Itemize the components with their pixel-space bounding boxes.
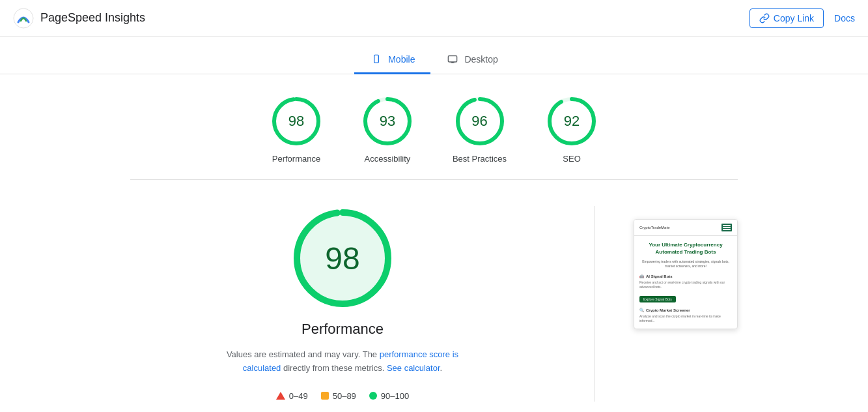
big-score-value: 98 xyxy=(325,241,359,276)
app-title: PageSpeed Insights xyxy=(40,11,145,25)
score-value-accessibility: 93 xyxy=(380,113,395,130)
header-right: Copy Link Docs xyxy=(749,8,855,28)
tab-desktop[interactable]: Desktop xyxy=(430,48,513,74)
performance-title: Performance xyxy=(301,321,384,338)
preview-section1-desc: Receive and act on real-time crypto trad… xyxy=(639,280,732,289)
svg-rect-3 xyxy=(449,56,457,62)
vertical-divider xyxy=(594,206,595,402)
copy-link-label: Copy Link xyxy=(774,13,814,23)
legend-pass: 90–100 xyxy=(369,391,409,401)
score-label-accessibility: Accessibility xyxy=(365,154,411,164)
average-icon xyxy=(321,392,329,400)
score-label-seo: SEO xyxy=(563,154,580,164)
score-card-accessibility: 93 Accessibility xyxy=(361,95,413,164)
preview-menu-icon xyxy=(721,224,732,231)
score-value-seo: 92 xyxy=(564,113,580,130)
legend-average: 50–89 xyxy=(321,391,356,401)
preview-section2-title: 🔍 Crypto Market Screener xyxy=(639,308,732,312)
header-left: PageSpeed Insights xyxy=(13,8,145,29)
preview-page-title: Your Ultimate Cryptocurrency Automated T… xyxy=(639,241,732,256)
score-circle-seo: 92 xyxy=(546,95,598,147)
svg-rect-1 xyxy=(374,55,379,63)
detail-section: 98 Performance Values are estimated and … xyxy=(0,180,868,412)
legend-fail-range: 0–49 xyxy=(289,391,308,401)
legend-average-range: 50–89 xyxy=(333,391,356,401)
big-score-circle: 98 xyxy=(290,206,395,310)
score-label-best-practices: Best Practices xyxy=(453,154,507,164)
docs-link[interactable]: Docs xyxy=(834,13,855,23)
score-circle-accessibility: 93 xyxy=(361,95,413,147)
pagespeed-logo-icon xyxy=(13,8,34,29)
performance-description: Values are estimated and may vary. The p… xyxy=(219,348,466,375)
scores-section: 98 Performance 93 Accessibility 96 xyxy=(0,74,868,179)
preview-header: CryptoTradeMate xyxy=(634,220,737,236)
performance-detail: 98 Performance Values are estimated and … xyxy=(130,206,555,401)
preview-site-name: CryptoTradeMate xyxy=(639,226,669,229)
preview-section: CryptoTradeMate Your Ultimate Cryptocurr… xyxy=(634,206,738,329)
pass-icon xyxy=(369,392,377,400)
score-circle-performance: 98 xyxy=(270,95,322,147)
app-header: PageSpeed Insights Copy Link Docs xyxy=(0,0,868,37)
desc-part1: Values are estimated and may vary. The xyxy=(227,349,380,359)
legend-fail: 0–49 xyxy=(276,391,308,401)
preview-section2-desc: Analyze and scan the crypto market in re… xyxy=(639,314,732,323)
link-icon xyxy=(759,13,770,23)
desktop-icon xyxy=(446,54,459,65)
score-value-best-practices: 96 xyxy=(471,113,487,130)
calculator-link[interactable]: See calculator xyxy=(387,363,440,373)
score-circle-best-practices: 96 xyxy=(454,95,506,147)
tab-desktop-label: Desktop xyxy=(464,54,497,65)
tab-mobile[interactable]: Mobile xyxy=(354,48,430,74)
tab-mobile-label: Mobile xyxy=(388,54,415,65)
fail-icon xyxy=(276,392,285,400)
score-card-best-practices: 96 Best Practices xyxy=(453,95,507,164)
preview-subtitle: Empowering traders with automated strate… xyxy=(639,259,732,269)
tabs-container: Mobile Desktop xyxy=(0,37,868,74)
score-label-performance: Performance xyxy=(272,154,320,164)
preview-body: Your Ultimate Cryptocurrency Automated T… xyxy=(634,236,737,329)
score-card-seo: 92 SEO xyxy=(546,95,598,164)
copy-link-button[interactable]: Copy Link xyxy=(749,8,824,28)
score-card-performance: 98 Performance xyxy=(270,95,322,164)
main-content: Mobile Desktop 98 Performance xyxy=(0,37,868,412)
score-value-performance: 98 xyxy=(288,113,304,130)
score-legend: 0–49 50–89 90–100 xyxy=(276,391,409,401)
desc-part2: directly from these metrics. xyxy=(281,363,387,373)
mobile-icon xyxy=(370,54,383,65)
preview-section1-btn: Explore Signal Bots xyxy=(639,296,676,302)
legend-pass-range: 90–100 xyxy=(381,391,409,401)
preview-section1-title: 🤖 AI Signal Bots xyxy=(639,274,732,278)
desc-end: . xyxy=(440,363,443,373)
webpage-preview: CryptoTradeMate Your Ultimate Cryptocurr… xyxy=(634,219,738,329)
